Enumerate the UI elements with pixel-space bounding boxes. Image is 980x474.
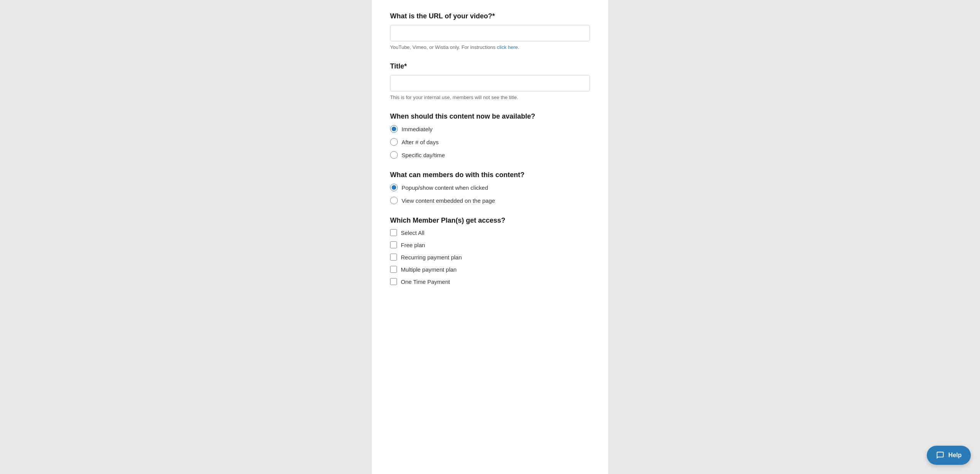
availability-radio-after-days[interactable] — [390, 138, 398, 146]
availability-radio-specific-datetime[interactable] — [390, 151, 398, 159]
title-input[interactable] — [390, 75, 590, 91]
availability-label-after-days: After # of days — [402, 139, 439, 145]
member-action-radio-embedded[interactable] — [390, 197, 398, 204]
plan-option-multiple[interactable]: Multiple payment plan — [390, 266, 590, 273]
plan-checkbox-free[interactable] — [390, 241, 397, 248]
plan-label-free: Free plan — [401, 242, 425, 248]
member-actions-radio-group: Popup/show content when clicked View con… — [390, 184, 590, 204]
plan-checkbox-one-time[interactable] — [390, 278, 397, 285]
availability-radio-group: Immediately After # of days Specific day… — [390, 125, 590, 159]
member-action-option-popup[interactable]: Popup/show content when clicked — [390, 184, 590, 191]
plan-option-one-time[interactable]: One Time Payment — [390, 278, 590, 285]
availability-option-immediately[interactable]: Immediately — [390, 125, 590, 133]
page-wrapper: What is the URL of your video?* YouTube,… — [0, 0, 980, 474]
plan-label-recurring: Recurring payment plan — [401, 254, 462, 261]
plan-checkbox-multiple[interactable] — [390, 266, 397, 273]
video-url-field-group: What is the URL of your video?* YouTube,… — [390, 12, 590, 50]
member-action-label-embedded: View content embedded on the page — [402, 197, 495, 204]
member-plans-field-group: Which Member Plan(s) get access? Select … — [390, 217, 590, 285]
help-button-label: Help — [948, 452, 962, 459]
availability-field-group: When should this content now be availabl… — [390, 112, 590, 159]
plan-label-one-time: One Time Payment — [401, 279, 450, 285]
plan-option-free[interactable]: Free plan — [390, 241, 590, 248]
member-action-radio-popup[interactable] — [390, 184, 398, 191]
member-actions-field-group: What can members do with this content? P… — [390, 171, 590, 204]
member-action-label-popup: Popup/show content when clicked — [402, 184, 488, 191]
plan-option-recurring[interactable]: Recurring payment plan — [390, 254, 590, 261]
click-here-link[interactable]: click here — [497, 44, 518, 50]
availability-label-immediately: Immediately — [402, 126, 433, 132]
member-action-option-embedded[interactable]: View content embedded on the page — [390, 197, 590, 204]
member-plans-checkbox-group: Select All Free plan Recurring payment p… — [390, 229, 590, 285]
title-field-group: Title* This is for your internal use, me… — [390, 62, 590, 100]
chat-icon — [936, 451, 944, 459]
video-url-helper: YouTube, Vimeo, or Wistia only. For inst… — [390, 44, 590, 50]
member-actions-label: What can members do with this content? — [390, 171, 590, 179]
form-card: What is the URL of your video?* YouTube,… — [371, 0, 609, 474]
video-url-input[interactable] — [390, 25, 590, 41]
availability-label: When should this content now be availabl… — [390, 112, 590, 121]
plan-checkbox-select-all[interactable] — [390, 229, 397, 236]
availability-radio-immediately[interactable] — [390, 125, 398, 133]
plan-option-select-all[interactable]: Select All — [390, 229, 590, 236]
availability-option-specific-datetime[interactable]: Specific day/time — [390, 151, 590, 159]
member-plans-label: Which Member Plan(s) get access? — [390, 217, 590, 225]
availability-option-after-days[interactable]: After # of days — [390, 138, 590, 146]
help-button[interactable]: Help — [927, 446, 971, 465]
title-helper: This is for your internal use, members w… — [390, 94, 590, 100]
title-label: Title* — [390, 62, 590, 70]
plan-label-multiple: Multiple payment plan — [401, 266, 457, 273]
plan-checkbox-recurring[interactable] — [390, 254, 397, 261]
availability-label-specific-datetime: Specific day/time — [402, 152, 445, 158]
video-url-label: What is the URL of your video?* — [390, 12, 590, 20]
plan-label-select-all: Select All — [401, 230, 425, 236]
